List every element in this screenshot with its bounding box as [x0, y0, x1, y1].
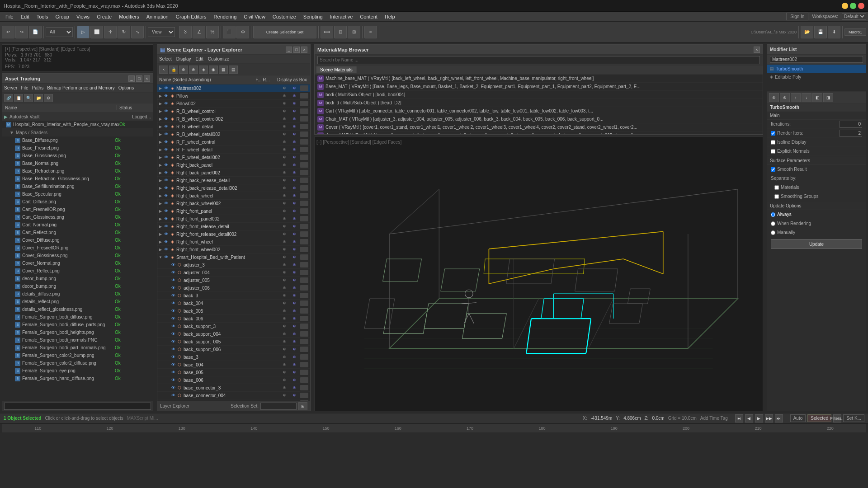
mat-item-4[interactable]: M Cart ( VRayMtl ) [table_connector, tab… [315, 107, 763, 115]
mat-item-0[interactable]: M Machine_base_MAT ( VRayMtl ) [back_lef… [315, 75, 763, 83]
asset-file-5[interactable]: B Base_Refraction_Glossiness.png Ok [2, 175, 153, 183]
scene-item-0[interactable]: ▶ 👁 ◈ Mattress002 ❄ ❄ [157, 84, 310, 92]
3d-snap-button[interactable]: 3 [179, 26, 192, 38]
menu-help[interactable]: Help [381, 13, 399, 20]
viewport-3d[interactable]: [+] [Perspective] [Standard] [Edged Face… [314, 136, 763, 411]
scene-tb-2[interactable]: ⊗ [189, 66, 198, 74]
scene-item-26[interactable]: 👁 ⬡ adjuster_006 ❄ ❄ [157, 284, 310, 292]
select-region-button[interactable]: ⬜ [90, 26, 103, 38]
scene-tb-4[interactable]: ◉ [209, 66, 218, 74]
selection-set-input[interactable] [260, 403, 297, 410]
explicit-normals-checkbox[interactable] [771, 149, 775, 154]
modifier-turbosmoooth[interactable]: ▤ TurboSmooth [767, 65, 866, 73]
scene-item-10[interactable]: ▶ 👁 ◈ Right_back_panel ❄ ❄ [157, 161, 310, 169]
iterations-input[interactable] [840, 121, 862, 128]
manually-radio[interactable] [771, 230, 775, 235]
asset-tb-1[interactable]: 🔗 [4, 94, 13, 102]
scene-item-6[interactable]: ▶ 👁 ◈ R_B_wheel_detail002 ❄ ❄ [157, 131, 310, 138]
scene-item-9[interactable]: ▶ 👁 ◈ R_F_wheel_detail002 ❄ ❄ [157, 154, 310, 161]
scene-item-22[interactable]: ▼ 👁 ◈ Smart_Hospital_Bed_with_Patient ❄ … [157, 253, 310, 261]
scene-tb-close[interactable]: × [159, 66, 168, 74]
scene-item-27[interactable]: 👁 ⬡ back_3 ❄ ❄ [157, 292, 310, 300]
asset-file-24[interactable]: B Female_Surgeon_bodi_diffuse_parts.png … [2, 321, 153, 328]
props-tb-4[interactable]: ↓ [802, 93, 811, 102]
macro-button[interactable]: Macro1 [844, 28, 866, 36]
mat-item-7[interactable]: M decor_MAT ( VRayMtl ) [decor_silver_mo… [315, 131, 763, 134]
prev-frame-button[interactable]: ◀ [745, 414, 753, 422]
scene-item-21[interactable]: ▶ 👁 ◈ Right_front_wheel002 ❄ ❄ [157, 246, 310, 253]
asset-file-28[interactable]: B Female_Surgeon_color2_bump.png Ok [2, 352, 153, 359]
menu-rendering[interactable]: Rendering [210, 13, 241, 20]
asset-file-17[interactable]: B Cover_Reflect.png Ok [2, 267, 153, 275]
scene-item-30[interactable]: 👁 ⬡ back_006 ❄ ❄ [157, 315, 310, 323]
props-tb-5[interactable]: ◧ [812, 93, 822, 102]
scene-item-31[interactable]: 👁 ⬡ back_support_3 ❄ ❄ [157, 323, 310, 330]
asset-file-1[interactable]: B Base_Fresnel.png Ok [2, 144, 153, 152]
props-tb-3[interactable]: ↑ [791, 93, 801, 102]
menu-views[interactable]: Views [73, 13, 93, 20]
menu-customize[interactable]: Customize [269, 13, 300, 20]
menu-group[interactable]: Group [52, 13, 73, 20]
scene-item-16[interactable]: ▶ 👁 ◈ Right_front_panel ❄ ❄ [157, 207, 310, 215]
asset-tb-3[interactable]: 🔍 [24, 94, 33, 102]
selected-badge[interactable]: Selected [807, 414, 831, 422]
scene-tb-5[interactable]: ▦ [219, 66, 228, 74]
scene-item-36[interactable]: 👁 ⬡ base_004 ❄ ❄ [157, 361, 310, 369]
create-selection-set-button[interactable]: Create Selection Set [253, 26, 316, 38]
materials-checkbox[interactable] [774, 185, 779, 190]
asset-file-26[interactable]: B Female_Surgeon_bodi_normals.PNG Ok [2, 336, 153, 344]
new-button[interactable]: 📄 [29, 26, 42, 38]
scene-item-18[interactable]: ▶ 👁 ◈ Right_front_release_detail ❄ ❄ [157, 223, 310, 230]
asset-file-8[interactable]: B Cart_Diffuse.png Ok [2, 198, 153, 206]
scene-item-25[interactable]: 👁 ⬡ adjuster_005 ❄ ❄ [157, 277, 310, 284]
layer-manager-button[interactable]: ≡ [364, 26, 377, 38]
align-view-button[interactable]: ⊞ [348, 26, 360, 38]
scene-item-15[interactable]: ▶ 👁 ◈ Right_back_wheel002 ❄ ❄ [157, 200, 310, 207]
rotate-tool-button[interactable]: ↻ [118, 26, 130, 38]
object-name-input[interactable] [770, 56, 863, 63]
scale-tool-button[interactable]: ⤡ [131, 26, 144, 38]
scene-item-12[interactable]: ▶ 👁 ◈ Right_back_release_detail ❄ ❄ [157, 177, 310, 184]
close-button[interactable] [858, 3, 864, 9]
smoothing-groups-checkbox[interactable] [774, 194, 779, 199]
scene-tb-3[interactable]: ◈ [199, 66, 208, 74]
mat-item-1[interactable]: M Base_MAT ( VRayMtl ) [Base, Base_legs,… [315, 83, 763, 91]
filter-button[interactable]: Filters... [833, 414, 841, 422]
align-button[interactable]: ⊟ [334, 26, 347, 38]
scene-item-17[interactable]: ▶ 👁 ◈ Right_front_panel002 ❄ ❄ [157, 215, 310, 223]
scene-menu-display[interactable]: Display [176, 56, 191, 61]
asset-file-30[interactable]: B Female_Surgeon_eye.png Ok [2, 367, 153, 375]
mat-item-2[interactable]: M bodi ( Multi/Sub-Object ) [bodi, bodi0… [315, 91, 763, 99]
asset-file-29[interactable]: B Female_Surgeon_color2_diffuse.png Ok [2, 359, 153, 367]
update-button[interactable]: Update [771, 239, 862, 249]
asset-file-16[interactable]: B Cover_Normal.png Ok [2, 259, 153, 267]
scene-minimize-button[interactable]: _ [286, 47, 292, 53]
scene-item-29[interactable]: 👁 ⬡ back_005 ❄ ❄ [157, 307, 310, 315]
scene-item-3[interactable]: ▶ 👁 ◈ R_B_wheel_control ❄ ❄ [157, 108, 310, 115]
scene-close-button[interactable]: × [301, 47, 307, 53]
render-iters-checkbox[interactable] [771, 131, 775, 136]
asset-file-13[interactable]: B Cover_Diffuse.png Ok [2, 236, 153, 244]
scene-item-19[interactable]: ▶ 👁 ◈ Right_front_release_detail002 ❄ ❄ [157, 230, 310, 238]
asset-close-button[interactable]: × [144, 75, 150, 82]
asset-subgroup-maps[interactable]: ▼ Maps / Shaders [2, 128, 153, 136]
modifier-editable-poly[interactable]: ◈ Editable Poly [767, 73, 866, 81]
asset-tb-2[interactable]: 📋 [14, 94, 23, 102]
menu-civil-view[interactable]: Civil View [240, 13, 269, 20]
asset-tb-4[interactable]: 📁 [34, 94, 43, 102]
asset-file-23[interactable]: B Female_Surgeon_bodi_diffuse.png Ok [2, 313, 153, 321]
material-search-input[interactable] [317, 56, 760, 64]
workspace-dropdown[interactable]: Default [842, 13, 866, 20]
sign-in-button[interactable]: Sign In [786, 13, 808, 20]
selection-filter-dropdown[interactable]: All [46, 27, 73, 37]
menu-interactive[interactable]: Interactive [326, 13, 357, 20]
mat-item-5[interactable]: M Chair_MAT ( VRayMtl ) [adjuster_3, adj… [315, 115, 763, 123]
timeline-numbers[interactable]: 110120130140150160170180190200210220 [2, 424, 866, 432]
props-tb-2[interactable]: ⊗ [780, 93, 790, 102]
material-close-button[interactable]: × [754, 47, 760, 53]
scene-item-20[interactable]: ▶ 👁 ◈ Right_front_wheel ❄ ❄ [157, 238, 310, 246]
percent-snap-button[interactable]: % [206, 26, 219, 38]
mat-item-3[interactable]: M bodi_d ( Multi/Sub-Object ) [head_D2] [315, 99, 763, 107]
asset-file-9[interactable]: B Cart_FresnellOR.png Ok [2, 206, 153, 213]
menu-create[interactable]: Create [93, 13, 115, 20]
